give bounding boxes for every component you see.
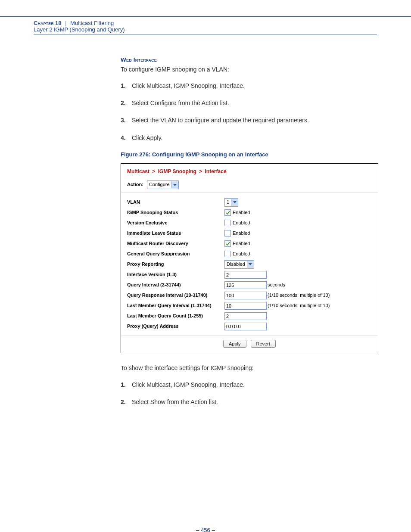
step-text: Select the VLAN to configure and update … xyxy=(132,116,309,124)
chevron-down-icon xyxy=(171,181,178,188)
bc-3: Interface xyxy=(205,168,227,174)
config-row-gqsupp: General Query SuppressionEnabled xyxy=(127,249,372,259)
panel-breadcrumb: Multicast > IGMP Snooping > Interface xyxy=(121,164,378,178)
field-label: Proxy Reporting xyxy=(127,261,224,268)
dropdown-value: Disabled xyxy=(225,261,247,268)
chevron-down-icon xyxy=(231,199,238,206)
lmqi-input[interactable] xyxy=(224,302,267,310)
config-row-ileave: Immediate Leave StatusEnabled xyxy=(127,228,372,238)
ileave-checkbox[interactable] xyxy=(224,230,231,236)
step-item: 2.Select Show from the Action list. xyxy=(121,398,377,406)
step-number: 2. xyxy=(121,99,132,107)
config-row-qint: Query Interval (2-31744)seconds xyxy=(127,280,372,290)
chapter-label: Chapter 18 xyxy=(34,20,61,26)
config-row-verex: Version ExclusiveEnabled xyxy=(127,218,372,228)
field-label: Query Response Interval (10-31740) xyxy=(127,292,224,299)
config-row-proxyr: Proxy ReportingDisabled xyxy=(127,259,372,269)
vlan-dropdown[interactable]: 1 xyxy=(224,198,238,207)
config-row-ifver: Interface Version (1-3) xyxy=(127,270,372,280)
ifver-input[interactable] xyxy=(224,271,267,279)
figure-panel: Multicast > IGMP Snooping > Interface Ac… xyxy=(121,163,378,353)
section-heading: Web Interface xyxy=(121,56,377,64)
chevron-down-icon xyxy=(247,261,254,268)
section1-intro: To configure IGMP snooping on a VLAN: xyxy=(121,65,377,74)
dropdown-value: 1 xyxy=(225,199,231,206)
mrdisc-checkbox[interactable] xyxy=(224,240,231,247)
chapter-header: Chapter 18 | Multicast Filtering xyxy=(34,20,411,26)
config-row-lmqi: Last Member Query Interval (1-31744)(1/1… xyxy=(127,301,372,311)
step-text: Select Show from the Action list. xyxy=(132,398,218,406)
step-text: Click Multicast, IGMP Snooping, Interfac… xyxy=(132,81,245,90)
separator: | xyxy=(65,20,66,26)
action-label: Action: xyxy=(127,181,143,188)
page-number: 456 xyxy=(201,527,210,532)
snoop-checkbox[interactable] xyxy=(224,209,231,216)
qresp-input[interactable] xyxy=(224,292,267,299)
field-label: IGMP Snooping Status xyxy=(127,209,224,216)
checkbox-caption: Enabled xyxy=(233,220,250,227)
checkbox-caption: Enabled xyxy=(233,251,250,258)
steps-list-2: 1.Click Multicast, IGMP Snooping, Interf… xyxy=(121,380,377,407)
step-number: 1. xyxy=(121,380,132,389)
field-extra: (1/10 seconds, multiple of 10) xyxy=(267,302,330,309)
steps-list-1: 1.Click Multicast, IGMP Snooping, Interf… xyxy=(121,81,377,142)
field-label: Proxy (Query) Address xyxy=(127,323,224,330)
config-row-snoop: IGMP Snooping StatusEnabled xyxy=(127,208,372,218)
field-extra: seconds xyxy=(267,282,285,289)
step-text: Select Configure from the Action list. xyxy=(132,99,229,107)
step-item: 3.Select the VLAN to configure and updat… xyxy=(121,116,377,124)
lmqc-input[interactable] xyxy=(224,312,267,320)
chapter-title: Multicast Filtering xyxy=(70,20,114,26)
config-row-lmqc: Last Member Query Count (1-255) xyxy=(127,311,372,321)
action-dropdown[interactable]: Configure xyxy=(147,180,179,189)
checkbox-caption: Enabled xyxy=(233,240,250,247)
field-label: Version Exclusive xyxy=(127,220,224,227)
config-row-mrdisc: Multicast Router DiscoveryEnabled xyxy=(127,239,372,249)
step-number: 2. xyxy=(121,398,132,406)
section2-intro: To show the interface settings for IGMP … xyxy=(121,364,377,372)
config-row-proxyq: Proxy (Query) Address xyxy=(127,321,372,331)
config-row-vlan: VLAN1 xyxy=(127,197,372,207)
bc-1: Multicast xyxy=(127,168,149,174)
field-label: General Query Suppression xyxy=(127,251,224,258)
gqsupp-checkbox[interactable] xyxy=(224,251,231,257)
proxyq-input[interactable] xyxy=(224,323,267,330)
step-number: 4. xyxy=(121,134,132,142)
field-label: Immediate Leave Status xyxy=(127,230,224,237)
bc-2: IGMP Snooping xyxy=(158,168,196,174)
checkbox-caption: Enabled xyxy=(233,230,250,237)
verex-checkbox[interactable] xyxy=(224,220,231,226)
field-label: Query Interval (2-31744) xyxy=(127,282,224,289)
field-label: Last Member Query Count (1-255) xyxy=(127,313,224,320)
step-item: 4.Click Apply. xyxy=(121,134,377,142)
revert-button[interactable]: Revert xyxy=(251,340,276,348)
field-label: Last Member Query Interval (1-31744) xyxy=(127,302,224,309)
chapter-subtitle: Layer 2 IGMP (Snooping and Query) xyxy=(34,26,411,33)
step-text: Click Multicast, IGMP Snooping, Interfac… xyxy=(132,380,245,389)
step-text: Click Apply. xyxy=(132,134,162,142)
figure-caption: Figure 276: Configuring IGMP Snooping on… xyxy=(121,151,377,159)
config-row-qresp: Query Response Interval (10-31740)(1/10 … xyxy=(127,290,372,300)
action-dropdown-value: Configure xyxy=(147,181,171,188)
step-item: 1.Click Multicast, IGMP Snooping, Interf… xyxy=(121,81,377,90)
step-number: 3. xyxy=(121,116,132,124)
apply-button[interactable]: Apply xyxy=(223,340,246,348)
field-label: Interface Version (1-3) xyxy=(127,271,224,278)
field-label: VLAN xyxy=(127,199,224,206)
field-label: Multicast Router Discovery xyxy=(127,240,224,247)
field-extra: (1/10 seconds, multiple of 10) xyxy=(267,292,330,299)
proxyr-dropdown[interactable]: Disabled xyxy=(224,260,254,269)
checkbox-caption: Enabled xyxy=(233,209,250,216)
step-number: 1. xyxy=(121,81,132,90)
step-item: 2.Select Configure from the Action list. xyxy=(121,99,377,107)
page-footer: –456– xyxy=(0,527,411,532)
qint-input[interactable] xyxy=(224,281,267,289)
step-item: 1.Click Multicast, IGMP Snooping, Interf… xyxy=(121,380,377,389)
